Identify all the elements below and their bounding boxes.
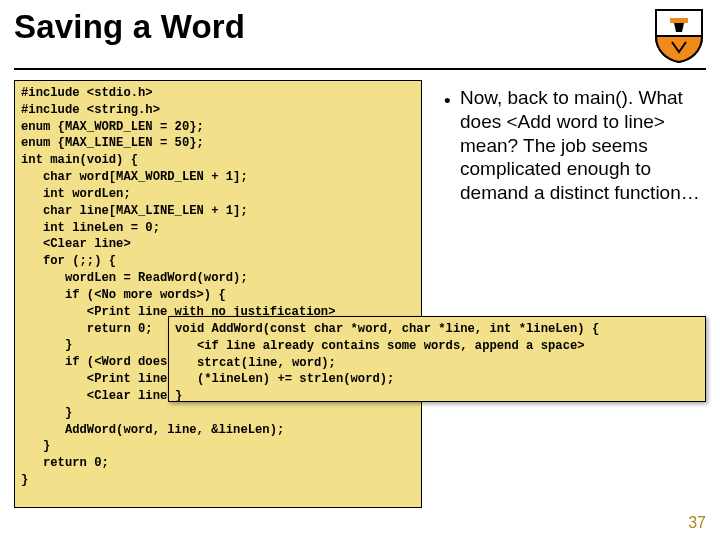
slide: Saving a Word #include <stdio.h> #includ… (0, 0, 720, 540)
content-area: #include <stdio.h> #include <string.h> e… (14, 80, 706, 520)
bullet-list: • Now, back to main(). What does <Add wo… (444, 86, 716, 205)
title-row: Saving a Word (14, 8, 706, 70)
page-number: 37 (688, 514, 706, 532)
slide-title: Saving a Word (14, 8, 245, 46)
bullet-marker: • (444, 86, 452, 205)
code-main-box: #include <stdio.h> #include <string.h> e… (14, 80, 422, 508)
princeton-crest-icon (652, 6, 706, 64)
code-overlay-box: void AddWord(const char *word, char *lin… (168, 316, 706, 402)
bullet-item: • Now, back to main(). What does <Add wo… (444, 86, 716, 205)
svg-rect-0 (670, 18, 688, 23)
bullet-text: Now, back to main(). What does <Add word… (460, 86, 716, 205)
